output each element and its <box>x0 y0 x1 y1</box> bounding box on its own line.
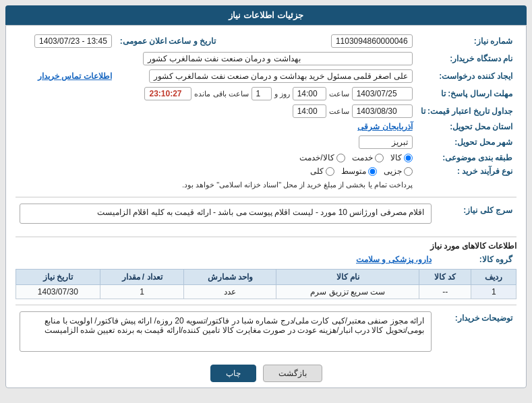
radio-kala-khedmat[interactable]: کالا/خدمت <box>299 153 345 162</box>
divider-2 <box>16 237 516 237</box>
shahr-value: تبریز <box>359 135 413 149</box>
chap-button[interactable]: چاپ <box>210 365 256 382</box>
noe-farayand-label: نوع فرآیند خرید : <box>417 164 516 178</box>
jadval-label: جداول تاریخ اعتبار قیمت: تا <box>417 102 516 120</box>
radio-kala[interactable]: کالا <box>390 153 413 162</box>
mohlat-saat-mande-label: ساعت باقی مانده <box>194 90 248 98</box>
tabaqe-label: طبقه بندی موضوعی: <box>417 151 516 164</box>
buttons-row: بازگشت چاپ <box>16 365 516 382</box>
mohlat-label: مهلت ارسال پاسخ: تا <box>417 85 516 102</box>
nam-dastgah-label: نام دستگاه خریدار: <box>417 50 516 67</box>
mohlat-saat: 14:00 <box>293 87 326 100</box>
divider-1 <box>16 197 516 197</box>
radio-kolli[interactable]: کلی <box>310 166 334 176</box>
sarj-koli-label: سرج کلی نیاز: <box>436 202 516 231</box>
jadval-saat: 14:00 <box>293 104 326 118</box>
tarikh-value: 1403/07/23 - 13:45 <box>34 34 112 48</box>
ettelaat-tamas-link[interactable]: اطلاعات تماس خریدار <box>38 71 112 81</box>
mohlat-tarikh: 1403/07/25 <box>352 87 413 100</box>
table-row: 1--ست سریع تزریق سرمعدد11403/07/30 <box>16 285 516 299</box>
tawzih-label: توضیحات خریدار: <box>436 309 516 359</box>
col-radif: ردیف <box>471 270 516 285</box>
mohlat-saat-label: ساعت <box>329 90 349 98</box>
jadval-tarikh: 1403/08/30 <box>352 104 413 118</box>
page-header: جزئیات اطلاعات نیاز <box>5 5 527 25</box>
mohlat-saat-mande: 23:10:27 <box>144 87 191 100</box>
col-nam-kala: نام کالا <box>276 270 419 285</box>
goods-table: ردیف کد کالا نام کالا واحد شمارش تعداد /… <box>16 269 516 299</box>
jadval-saat-label: ساعت <box>329 107 349 116</box>
sarj-koli-value: اقلام مصرفی اورژانس 10 مورد - لیست اقلام… <box>20 204 432 224</box>
tawzih-value: ارائه مجوز صنفی معتبر/کپی کارت ملی/درج ش… <box>20 311 432 352</box>
ostan-value: آذربایجان شرقی <box>357 122 412 131</box>
pardakht-note: پرداخت تمام یا بخشی از مبلغ خرید از محل … <box>182 181 413 189</box>
shahr-label: شهر محل تحویل: <box>417 133 516 151</box>
col-tedad: تعداد / مقدار <box>100 270 184 285</box>
mohlat-rooz-label: روز و <box>274 90 290 98</box>
shomare-niaz-label: شماره نیاز: <box>417 32 516 50</box>
ijad-konande-value: علی اصغر قلمی مسئول خرید بهداشت و درمان … <box>149 69 413 83</box>
tarikh-label: تاریخ و ساعت اعلان عمومی: <box>116 32 220 50</box>
page-title: جزئیات اطلاعات نیاز <box>229 10 303 20</box>
col-kod-kala: کد کالا <box>419 270 471 285</box>
bagardat-button[interactable]: بازگشت <box>263 365 322 382</box>
radio-mottawaset[interactable]: متوسط <box>341 166 377 176</box>
gorohe-kala-label: گروه کالا: <box>436 253 516 266</box>
ostan-label: استان محل تحویل: <box>417 120 516 133</box>
ettelaat-kala-title: اطلاعات کالاهای مورد نیاز <box>16 241 516 251</box>
col-tarikh-niaz: تاریخ نیاز <box>16 270 100 285</box>
ijad-konande-label: ایجاد کننده درخواست: <box>417 67 516 85</box>
nam-dastgah-value: بهداشت و درمان صنعت نفت شمالغرب کشور <box>143 52 413 65</box>
radio-khedmat[interactable]: خدمت <box>352 153 384 162</box>
col-vahed-shemarsh: واحد شمارش <box>184 270 276 285</box>
gorohe-kala-value: دارو، پزشکی و سلامت <box>356 255 432 264</box>
shomare-niaz-value: 1103094860000046 <box>331 34 413 48</box>
divider-3 <box>16 305 516 305</box>
mohlat-rooz: 1 <box>252 87 272 100</box>
radio-jozi[interactable]: جزیی <box>384 166 413 176</box>
